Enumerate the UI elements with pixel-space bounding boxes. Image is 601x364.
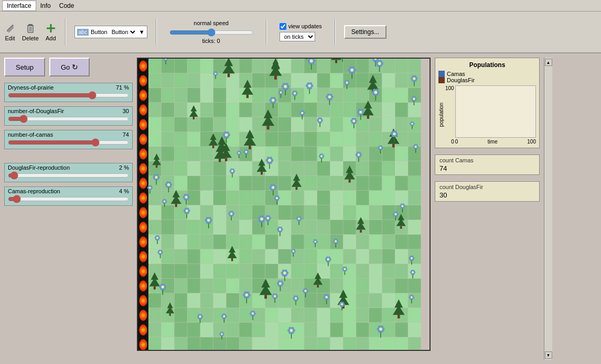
scroll-down-arrow[interactable]: ▼ [545,351,552,359]
slider-dryness-label: Dryness-of-prairie [8,84,53,91]
delete-icon [25,23,36,34]
svg-rect-2 [28,24,33,25]
world-canvas [137,58,431,351]
menu-interface[interactable]: Interface [2,1,36,11]
go-refresh-icon: ↻ [72,63,78,71]
separator-1 [65,19,66,45]
slider-dryness-value: 71 % [116,84,129,91]
slider-douglasfir-input[interactable] [8,115,129,123]
separator-4 [335,19,336,45]
chart-legend: Camas DouglasFir [438,71,536,83]
count-camas-label: count Camas [439,157,535,163]
view-updates-checkbox-label[interactable]: view updates [280,23,322,30]
sim-buttons: Setup Go ↻ [4,58,133,76]
populations-chart: Populations Camas DouglasFir population [435,58,540,148]
y-max-label: 100 [445,85,454,91]
delete-button[interactable]: Delete [22,23,39,41]
slider-camas-repro-label: Camas-reproduction [8,188,60,194]
slider-df-repro-label: DouglasFir-reproduction [8,164,70,171]
edit-icon [4,23,16,34]
slider-camas: number-of-camas 74 [4,130,133,149]
widget-type-dropdown[interactable]: Button [110,28,137,36]
update-mode-dropdown[interactable]: on ticks [280,32,315,41]
slider-camas-label: number-of-camas [8,131,53,138]
speed-area: normal speed ticks: 0 [169,20,253,44]
speed-slider[interactable] [169,28,253,37]
main-content: Setup Go ↻ Dryness-of-prairie 71 % numbe… [0,53,601,364]
slider-douglasfir: number-of-DouglasFir 30 [4,106,133,126]
menu-code[interactable]: Code [55,1,79,10]
x-axis-label: time [488,139,498,145]
speed-label: normal speed [194,20,229,26]
left-panel: Setup Go ↻ Dryness-of-prairie 71 % numbe… [4,58,133,360]
chart-legend-items: Camas DouglasFir [438,71,536,83]
chart-plot [455,85,536,138]
separator-3 [266,19,267,45]
legend-camas-color [438,71,445,77]
right-panel: Populations Camas DouglasFir population [435,58,540,360]
legend-camas-label: Camas [447,71,465,77]
menubar: Interface Info Code [0,0,601,12]
widget-type-selector[interactable]: abc Button Button ▼ [74,26,147,38]
slider-df-repro-value: 2 % [119,164,129,171]
count-douglasfir-box: count DouglasFir 30 [435,181,540,202]
go-button[interactable]: Go ↻ [49,58,90,76]
chart-main: 0 time 100 [455,85,536,145]
legend-douglasfir-label: DouglasFir [447,77,475,83]
slider-df-repro: DouglasFir-reproduction 2 % [4,163,133,182]
chart-x-labels: 0 time 100 [455,139,536,145]
slider-camas-repro-value: 4 % [119,188,129,194]
chart-title: Populations [438,61,536,69]
settings-button[interactable]: Settings... [344,25,387,39]
chart-y-axis-label: population [438,103,444,127]
widget-dropdown-arrow: ▼ [139,29,145,35]
slider-camas-value: 74 [123,131,129,138]
slider-douglasfir-value: 30 [123,108,129,114]
add-button[interactable]: Add [45,23,57,41]
count-douglasfir-label: count DouglasFir [439,184,535,190]
slider-camas-repro-input[interactable] [8,195,129,203]
legend-douglasfir-color [438,77,445,83]
setup-button[interactable]: Setup [4,58,45,76]
x-max-label: 100 [527,139,536,145]
x-min-label: 0 [455,139,458,145]
scroll-up-arrow[interactable]: ▲ [545,59,552,66]
y-min-label: 0 [451,139,454,145]
separator-2 [156,19,157,45]
chart-body: population 100 0 0 time [438,85,536,145]
toolbar: Edit Delete Add abc Button Button ▼ no [0,12,601,53]
chart-y-labels: 100 0 [445,85,455,145]
view-updates-area: view updates on ticks [280,23,322,41]
edit-button[interactable]: Edit [4,23,16,41]
menu-info[interactable]: Info [36,1,55,10]
slider-camas-repro: Camas-reproduction 4 % [4,186,133,206]
slider-dryness: Dryness-of-prairie 71 % [4,83,133,102]
ticks-label: ticks: 0 [202,38,220,44]
slider-douglasfir-label: number-of-DouglasFir [8,108,64,114]
slider-dryness-input[interactable] [8,92,129,99]
add-icon [45,23,57,34]
count-camas-box: count Camas 74 [435,155,540,175]
slider-camas-input[interactable] [8,139,129,146]
legend-camas: Camas [438,71,536,77]
main-row: Setup Go ↻ Dryness-of-prairie 71 % numbe… [4,58,597,360]
scrollbar-right[interactable]: ▲ ▼ [544,58,552,360]
count-douglasfir-value: 30 [439,191,535,199]
legend-douglasfir: DouglasFir [438,77,536,83]
count-camas-value: 74 [439,164,535,172]
view-updates-checkbox[interactable] [280,23,286,30]
spacer [4,153,133,159]
slider-df-repro-input[interactable] [8,172,129,179]
